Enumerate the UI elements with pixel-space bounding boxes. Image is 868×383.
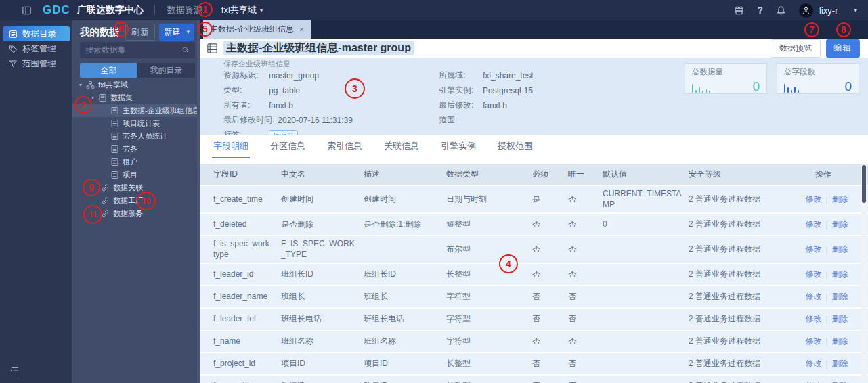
new-button-label: 新建 — [164, 26, 180, 38]
divider: | — [825, 270, 827, 279]
modify-link[interactable]: 修改 — [805, 219, 821, 230]
delete-link[interactable]: 删除 — [832, 194, 848, 205]
avatar[interactable] — [799, 3, 813, 18]
sparkline-bars-icon — [692, 84, 710, 93]
title-strip: 主数据-企业级班组信息-master group 数据预览 编辑 — [200, 39, 868, 58]
tree-item[interactable]: 数据工厂 — [72, 194, 200, 207]
scope-tab[interactable]: 全部 — [80, 63, 137, 78]
detail-section: 字段明细分区信息索引信息关联信息引擎实例授权范围 字段ID中文名描述数据类型必须… — [200, 135, 868, 383]
divider: | — [825, 245, 827, 254]
table-cell-unique: 否 — [568, 292, 603, 302]
metadata-label: 范围: — [439, 114, 479, 126]
delete-link[interactable]: 删除 — [832, 336, 848, 347]
new-button[interactable]: 新建 ▾ — [159, 24, 194, 41]
delete-link[interactable]: 删除 — [832, 219, 848, 230]
detail-tab[interactable]: 分区信息 — [269, 135, 307, 158]
detail-tab[interactable]: 引擎实例 — [439, 135, 477, 158]
modify-link[interactable]: 修改 — [805, 291, 821, 302]
table-column-header: 安全等级 — [689, 169, 798, 180]
tree-item-label: 租户 — [123, 157, 137, 167]
tree-item[interactable]: 租户 — [72, 156, 200, 168]
help-icon[interactable]: ? — [757, 5, 763, 16]
modify-link[interactable]: 修改 — [805, 244, 821, 255]
data-preview-button[interactable]: 数据预览 — [771, 39, 821, 58]
detail-tab[interactable]: 字段明细 — [212, 135, 250, 158]
table-row: f_project_id项目ID项目ID长整型否否2 普通业务过程数据修改|删除 — [200, 353, 868, 374]
app-layout-icon[interactable] — [22, 5, 32, 16]
detail-tab[interactable]: 关联信息 — [383, 135, 420, 158]
topnav-item[interactable]: 数据资源 — [167, 4, 202, 16]
table-cell-actions: 修改|删除 — [798, 291, 856, 302]
close-icon[interactable]: × — [299, 25, 304, 35]
tree-item[interactable]: 主数据-企业级班组信息 — [72, 104, 200, 117]
table-cell-security: 2 普通业务过程数据 — [689, 314, 798, 325]
page-title: 主数据-企业级班组信息-master group — [223, 41, 414, 55]
tree-item[interactable]: 项目统计表 — [72, 117, 200, 130]
scope-tab[interactable]: 我的目录 — [137, 63, 195, 78]
tree-item[interactable]: 数据服务 — [72, 207, 200, 220]
search-icon[interactable] — [181, 46, 190, 54]
detail-tab[interactable]: 索引信息 — [326, 135, 364, 158]
edit-button[interactable]: 编辑 — [826, 39, 860, 58]
detail-tab[interactable]: 授权范围 — [496, 135, 534, 158]
delete-link[interactable]: 删除 — [832, 313, 848, 325]
metadata-right-column: 所属域:fxl_share_test引擎实例:Postgresql-15最后修改… — [439, 70, 654, 145]
divider — [154, 5, 155, 15]
modify-link[interactable]: 修改 — [805, 358, 821, 369]
sidebar-item[interactable]: 标签管理 — [3, 41, 70, 56]
modify-link[interactable]: 修改 — [805, 269, 821, 280]
table-column-header: 唯一 — [568, 169, 603, 180]
delete-link[interactable]: 删除 — [832, 244, 848, 255]
sidebar-items: 数据目录标签管理范围管理 — [0, 26, 72, 71]
sidebar-item-label: 范围管理 — [22, 58, 56, 70]
document-tab[interactable]: 主数据-企业级班组信息 × — [203, 20, 311, 39]
stat-cards: 总数据量0总字段数0 — [685, 63, 859, 94]
modify-link[interactable]: 修改 — [805, 380, 821, 383]
delete-link[interactable]: 删除 — [832, 380, 848, 383]
sidebar-item[interactable]: 数据目录 — [3, 26, 70, 41]
chevron-down-icon[interactable]: ▾ — [91, 95, 98, 101]
table-cell-default: CURRENT_TIMESTAMP — [603, 189, 689, 210]
topbar-right: ? lixy-r ▾ — [734, 3, 868, 18]
chevron-down-icon[interactable]: ▾ — [854, 7, 857, 14]
gift-icon[interactable] — [734, 5, 744, 16]
divider: | — [825, 292, 827, 302]
tree-item[interactable]: 劳务 — [72, 143, 200, 156]
search-input[interactable] — [85, 45, 181, 55]
dataset-icon — [98, 93, 107, 102]
tree-item[interactable]: ▾fxl共享域 — [72, 78, 200, 91]
metadata-row: 引擎实例:Postgresql-15 — [439, 85, 654, 95]
modify-link[interactable]: 修改 — [805, 313, 821, 325]
delete-link[interactable]: 删除 — [832, 358, 848, 369]
modify-link[interactable]: 修改 — [805, 194, 821, 205]
collapse-sidebar-icon[interactable] — [9, 365, 20, 376]
table-cell-required: 是 — [532, 194, 568, 205]
chevron-down-icon: ▾ — [186, 28, 190, 35]
tree-item[interactable]: 数据关联 — [72, 181, 200, 194]
refresh-button[interactable]: 刷新 — [125, 24, 155, 41]
chevron-down-icon[interactable]: ▾ — [79, 82, 86, 88]
tree-item[interactable]: 劳务人员统计 — [72, 130, 200, 143]
metadata-label: 类型: — [223, 85, 265, 96]
username[interactable]: lixy-r — [819, 5, 838, 16]
table-cell-type: 字符型 — [446, 314, 532, 325]
topnav-item[interactable]: fxl共享域▾ — [221, 4, 263, 16]
table-cell-actions: 修改|删除 — [798, 380, 856, 383]
stat-card-row: 0 — [692, 80, 760, 93]
bell-icon[interactable] — [776, 5, 786, 16]
delete-link[interactable]: 删除 — [832, 291, 848, 302]
tree-item[interactable]: ▾数据集 — [72, 91, 200, 104]
document-tab-label: 主数据-企业级班组信息 — [210, 24, 294, 35]
tree-item[interactable]: 项目 — [72, 168, 200, 181]
metadata-value: fxl_share_test — [483, 71, 534, 81]
table-scrollbar[interactable] — [861, 164, 867, 382]
scrollbar-thumb[interactable] — [862, 165, 866, 203]
metadata-panel: 保存企业级班组信息 资源标识:master_group类型:pg_table所有… — [200, 58, 868, 135]
table-cell-desc: 班组名称 — [364, 336, 446, 347]
table-row: f_is_spec_work_typeF_IS_SPEC_WORK_TYPE布尔… — [200, 236, 868, 263]
dataset-icon — [110, 158, 119, 166]
sidebar-item[interactable]: 范围管理 — [3, 56, 70, 71]
delete-link[interactable]: 删除 — [832, 269, 848, 280]
modify-link[interactable]: 修改 — [805, 336, 821, 347]
table-cell-field_id: f_leader_name — [213, 292, 281, 302]
